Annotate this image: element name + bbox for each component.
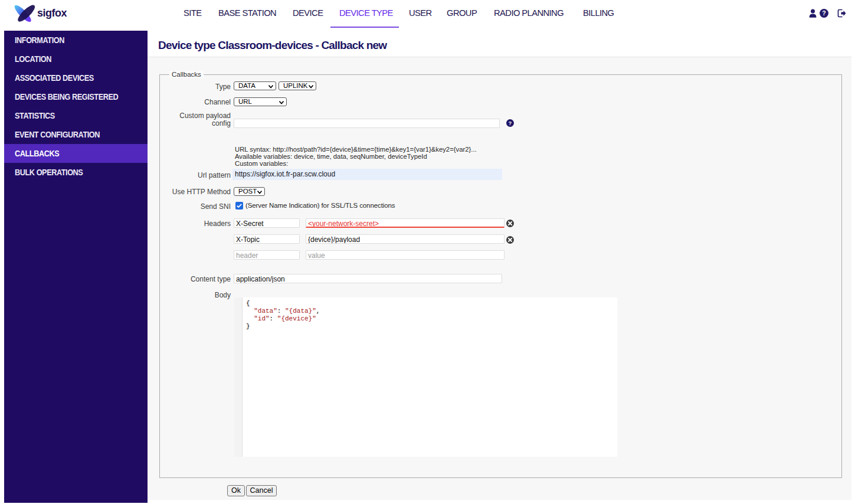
svg-text:?: ? xyxy=(509,120,512,126)
svg-text:?: ? xyxy=(822,9,825,17)
